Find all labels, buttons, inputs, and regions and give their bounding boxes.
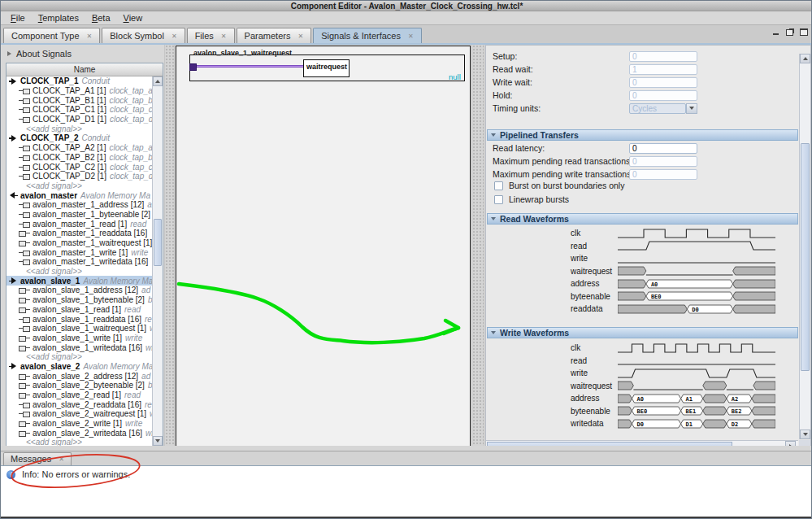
section-header-write-waveforms[interactable]: Write Waveforms (487, 327, 798, 338)
tree-signal-row[interactable]: CLOCK_TAP_B2 [1]clock_tap_b2 (7, 153, 152, 163)
timing-field-2-input[interactable]: 0 (629, 77, 697, 88)
tree-vertical-scrollbar[interactable] (152, 76, 163, 446)
menu-item-file[interactable]: File (4, 11, 32, 25)
timing-units-select[interactable]: Cycles (629, 103, 686, 114)
timing-field-3-input[interactable]: 0 (629, 90, 697, 101)
tree-signal-row[interactable]: CLOCK_TAP_D2 [1]clock_tap_d2 (7, 172, 152, 181)
tab-block-symbol[interactable]: Block Symbol (102, 28, 185, 44)
tree-signal-row[interactable]: CLOCK_TAP_C1 [1]clock_tap_c1 (7, 105, 152, 115)
signal-role: clock_tap_a1 (109, 86, 152, 95)
arrow-down-icon (155, 439, 160, 443)
dropdown-arrow-button[interactable] (686, 103, 697, 114)
pipelined-field-0-input[interactable]: 0 (629, 143, 697, 154)
waveform-row-clk: clk (486, 227, 798, 240)
tree-signal-row[interactable]: CLOCK_TAP_D1 [1]clock_tap_d1 (7, 115, 152, 124)
tree-group-avalon_master[interactable]: avalon_masterAvalon Memory Ma (7, 190, 152, 200)
tree-signal-row[interactable]: avalon_master_1_byteenable [2] (7, 210, 152, 220)
tree-group-avalon_slave_2[interactable]: avalon_slave_2Avalon Memory Ma (7, 362, 152, 372)
about-signals-toggle[interactable]: About Signals (7, 49, 72, 59)
tree-signal-row[interactable]: CLOCK_TAP_A2 [1]clock_tap_a2 (7, 143, 152, 153)
add-signal-row[interactable]: <<add signal>> (7, 352, 152, 362)
add-signal-row[interactable]: <<add signal>> (7, 181, 152, 191)
section-header-pipelined[interactable]: Pipelined Transfers (487, 129, 798, 141)
signal-pin-icon (19, 173, 30, 179)
tree-signal-row[interactable]: avalon_slave_1_byteenable [2]b (7, 295, 152, 305)
waitrequest-wire[interactable] (197, 65, 303, 68)
tree-column-header-name[interactable]: Name (7, 63, 163, 76)
tree-signal-row[interactable]: CLOCK_TAP_A1 [1]clock_tap_a1 (7, 86, 152, 96)
window-title-bar[interactable]: Component Editor - Avalon_Master_Clock_C… (1, 1, 812, 11)
message-row-info[interactable]: Info: No errors or warnings. (1, 466, 812, 479)
wire-endpoint[interactable] (189, 63, 197, 71)
tree-group-kind: Avalon Memory Ma (83, 277, 152, 286)
menu-item-view[interactable]: View (117, 11, 150, 25)
add-signal-row[interactable]: <<add signal>> (7, 438, 152, 446)
tab-close-icon[interactable] (172, 33, 177, 40)
tree-signal-row[interactable]: avalon_master_1_address [12]a (7, 200, 152, 210)
tree-signal-row[interactable]: avalon_slave_1_writedata [16]wr (7, 342, 152, 352)
signals-tree: CLOCK_TAP_1ConduitCLOCK_TAP_A1 [1]clock_… (7, 76, 152, 446)
section-header-read-waveforms[interactable]: Read Waveforms (487, 213, 798, 225)
pipelined-field-1-input[interactable]: 0 (629, 156, 697, 167)
maximize-panel-icon[interactable] (800, 28, 808, 36)
menu-item-templates[interactable]: Templates (32, 11, 85, 25)
tab-close-icon[interactable] (297, 33, 303, 40)
tab-close-icon[interactable] (221, 33, 227, 40)
tree-signal-row[interactable]: avalon_slave_2_write [1]write (7, 419, 152, 429)
tree-signal-row[interactable]: avalon_master_1_writedata [16] (7, 257, 152, 267)
tree-signal-row[interactable]: avalon_slave_2_address [12]ad (7, 371, 152, 381)
tree-signal-row[interactable]: avalon_master_1_write [1]write (7, 247, 152, 257)
timing-field-1-input[interactable]: 1 (629, 64, 697, 75)
tree-signal-row[interactable]: avalon_master_1_readdata [16] (7, 229, 152, 238)
tree-signal-row[interactable]: CLOCK_TAP_B1 [1]clock_tap_b1 (7, 95, 152, 105)
tab-close-icon[interactable] (408, 33, 414, 40)
tree-signal-row[interactable]: avalon_slave_1_address [12]ad (7, 286, 152, 295)
pipelined-field-2-input[interactable]: 0 (629, 169, 697, 180)
menu-item-beta[interactable]: Beta (85, 11, 117, 25)
scroll-down-button[interactable] (800, 430, 810, 439)
scroll-up-button[interactable] (153, 76, 163, 86)
tree-group-clock_tap_2[interactable]: CLOCK_TAP_2Conduit (7, 133, 152, 143)
tab-signals-interfaces[interactable]: Signals & Interfaces (313, 28, 422, 44)
right-splitter[interactable] (471, 45, 484, 447)
tab-parameters[interactable]: Parameters (237, 28, 312, 44)
tree-signal-row[interactable]: avalon_slave_2_readdata [16]re (7, 399, 152, 409)
bus-value: D0 (636, 421, 643, 427)
tree-signal-row[interactable]: avalon_master_1_read [1]read (7, 219, 152, 229)
waitrequest-port-box[interactable]: waitrequest (303, 59, 350, 77)
tree-group-clock_tap_1[interactable]: CLOCK_TAP_1Conduit (7, 76, 152, 86)
scroll-down-button[interactable] (153, 436, 163, 446)
tree-signal-row[interactable]: avalon_master_1_waitrequest [1] (7, 238, 152, 248)
add-signal-row[interactable]: <<add signal>> (7, 124, 152, 133)
tab-close-icon[interactable] (59, 456, 64, 463)
signal-name: avalon_slave_1_read [1] (33, 305, 121, 314)
tree-signal-row[interactable]: avalon_slave_1_read [1]read (7, 305, 152, 315)
tree-signal-row[interactable]: avalon_slave_1_waitrequest [1]w (7, 324, 152, 334)
checkbox[interactable] (494, 181, 503, 190)
scroll-up-button[interactable] (800, 54, 810, 63)
tree-signal-row[interactable]: CLOCK_TAP_C2 [1]clock_tap_c2 (7, 162, 152, 172)
tree-signal-row[interactable]: avalon_slave_2_byteenable [2]b (7, 381, 152, 390)
tab-files[interactable]: Files (187, 28, 235, 44)
tree-signal-row[interactable]: avalon_slave_1_write [1]write (7, 334, 152, 343)
tab-close-icon[interactable] (87, 33, 93, 40)
field-label: Write wait: (493, 76, 532, 89)
tab-component-type[interactable]: Component Type (3, 28, 100, 44)
float-panel-icon[interactable] (786, 28, 794, 36)
scrollbar-thumb[interactable] (154, 219, 162, 266)
tree-group-avalon_slave_1[interactable]: avalon_slave_1Avalon Memory Ma (7, 276, 152, 286)
add-signal-row[interactable]: <<add signal>> (7, 267, 152, 277)
scrollbar-thumb[interactable] (801, 143, 810, 371)
module-label: avalon_slave_1_waitrequest (193, 49, 292, 57)
tree-signal-row[interactable]: avalon_slave_1_readdata [16]re (7, 314, 152, 324)
timing-field-0-input[interactable]: 0 (629, 51, 697, 62)
minimize-panel-icon[interactable] (772, 28, 780, 36)
tree-group-name: CLOCK_TAP_1 (20, 76, 79, 85)
tree-signal-row[interactable]: avalon_slave_2_writedata [16]wr (7, 428, 152, 438)
left-splitter[interactable] (164, 45, 175, 447)
checkbox[interactable] (494, 195, 503, 204)
properties-vertical-scrollbar[interactable] (799, 54, 810, 439)
tree-signal-row[interactable]: avalon_slave_2_waitrequest [1]w (7, 409, 152, 419)
tab-messages[interactable]: Messages (3, 452, 72, 465)
tree-signal-row[interactable]: avalon_slave_2_read [1]read (7, 390, 152, 400)
